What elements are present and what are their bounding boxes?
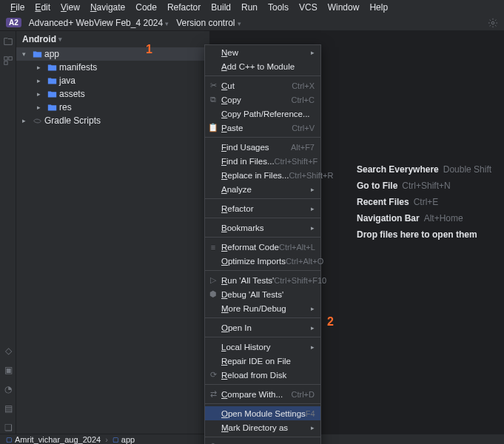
- menu-item-label: Open In: [221, 323, 252, 332]
- menu-item-copy[interactable]: ⧉CopyCtrl+C: [205, 92, 320, 107]
- menu-item-mark-directory-as[interactable]: Mark Directory as▸: [205, 420, 320, 434]
- menu-item-find-usages[interactable]: Find UsagesAlt+F7: [205, 140, 320, 154]
- editor-hints: Search EverywhereDouble Shift Go to File…: [357, 161, 491, 243]
- folder-icon: [46, 90, 58, 99]
- menu-run[interactable]: Run: [237, 1, 262, 14]
- menu-window[interactable]: Window: [323, 1, 364, 14]
- menu-help[interactable]: Help: [365, 1, 392, 14]
- menu-item-label: Add C++ to Module: [221, 62, 295, 71]
- menu-item-cut[interactable]: ✂CutCtrl+X: [205, 78, 320, 92]
- settings-icon[interactable]: [488, 18, 498, 28]
- menu-item-compare-with[interactable]: ⇄Compare With...Ctrl+D: [205, 387, 320, 401]
- menu-item-label: Debug 'All Tests': [221, 290, 283, 299]
- menu-shortcut: Ctrl+D: [292, 390, 315, 399]
- tree-node-res[interactable]: ▸ res: [16, 101, 209, 114]
- menu-separator: [205, 403, 320, 404]
- folder-icon: [46, 63, 58, 73]
- menu-item-copy-path-reference[interactable]: Copy Path/Reference...: [205, 107, 320, 121]
- menu-item-bookmarks[interactable]: Bookmarks▸: [205, 221, 320, 235]
- terminal-icon[interactable]: ❏: [2, 422, 14, 434]
- menu-item-reload-from-disk[interactable]: ⟳Reload from Disk: [205, 368, 320, 382]
- tree-node-gradle[interactable]: ▸ Gradle Scripts: [16, 114, 209, 127]
- menu-separator: [205, 137, 320, 138]
- breadcrumb-module[interactable]: app: [121, 435, 135, 444]
- menu-item-paste[interactable]: 📋PasteCtrl+V: [205, 121, 320, 135]
- menu-item-open-in[interactable]: Open In▸: [205, 320, 320, 334]
- chevron-right-icon: ▸: [311, 424, 315, 431]
- menu-shortcut: Ctrl+X: [292, 81, 315, 90]
- menu-item-analyze[interactable]: Analyze▸: [205, 182, 320, 196]
- menu-item-label: Paste: [221, 124, 243, 132]
- menu-item-refactor[interactable]: Refactor▸: [205, 201, 320, 215]
- tree-node-app[interactable]: ▾ app: [16, 47, 209, 61]
- menu-shortcut: Ctrl+Shift+F: [275, 157, 318, 166]
- menu-navigate[interactable]: Navigate: [86, 1, 130, 14]
- menu-item-repair-ide-on-file[interactable]: Repair IDE on File: [205, 354, 320, 368]
- menu-item-analyze-dependencies[interactable]: ⬡Analyze Dependencies...: [205, 440, 320, 444]
- menu-build[interactable]: Build: [206, 1, 235, 14]
- menu-item-reformat-code[interactable]: ≡Reformat CodeCtrl+Alt+L: [205, 240, 320, 254]
- svg-point-0: [491, 21, 494, 24]
- gradle-icon: [31, 116, 43, 126]
- paste-icon: 📋: [208, 123, 218, 132]
- menu-shortcut: Ctrl+Shift+F10: [274, 276, 326, 285]
- menu-item-label: Repair IDE on File: [221, 357, 291, 366]
- menu-refactor[interactable]: Refactor: [163, 1, 205, 14]
- tree-label: res: [59, 102, 72, 112]
- run-icon: ▷: [208, 275, 218, 285]
- menu-item-find-in-files[interactable]: Find in Files...Ctrl+Shift+F: [205, 154, 320, 168]
- breadcrumb-project[interactable]: Amrit_vichar_aug_2024: [15, 435, 101, 444]
- left-gutter-bottom: ◇ ▣ ◔ ▤ ❏: [0, 345, 16, 434]
- project-tool-icon[interactable]: [2, 36, 14, 47]
- menu-item-local-history[interactable]: Local History▸: [205, 340, 320, 354]
- chevron-right-icon: ▸: [311, 224, 315, 232]
- project-selector[interactable]: Advanced+ WebView Feb_4 2024▾: [29, 18, 169, 28]
- build-variants-icon[interactable]: ▣: [2, 364, 14, 376]
- menu-item-label: Cut: [221, 81, 235, 90]
- hint-title: Go to File: [357, 181, 397, 191]
- menu-separator: [205, 437, 320, 437]
- tree-node-java[interactable]: ▸ java: [16, 74, 209, 87]
- breadcrumb-separator: ›: [105, 435, 108, 444]
- services-icon[interactable]: ▤: [2, 403, 14, 414]
- chevron-right-icon: ▸: [37, 104, 46, 111]
- chevron-right-icon: ▸: [37, 90, 46, 98]
- menu-file[interactable]: File: [6, 1, 29, 14]
- menu-separator: [205, 237, 320, 238]
- version-control-selector[interactable]: Version control▾: [176, 18, 241, 28]
- sidebar-header[interactable]: Android▾: [16, 31, 209, 47]
- module-icon: ▢: [112, 436, 119, 443]
- tree-node-assets[interactable]: ▸ assets: [16, 87, 209, 101]
- menu-item-new[interactable]: New▸: [205, 45, 320, 59]
- menu-tools[interactable]: Tools: [263, 1, 293, 14]
- tree-node-manifests[interactable]: ▸ manifests: [16, 61, 209, 74]
- chevron-right-icon: ▸: [311, 205, 315, 212]
- resource-manager-icon[interactable]: [2, 55, 14, 67]
- toolbar: A2 Advanced+ WebView Feb_4 2024▾ Version…: [0, 15, 504, 31]
- menu-item-label: Run 'All Tests': [221, 276, 274, 285]
- menu-item-optimize-imports[interactable]: Optimize ImportsCtrl+Alt+O: [205, 254, 320, 268]
- structure-icon[interactable]: ◇: [2, 345, 14, 357]
- menu-item-label: Copy Path/Reference...: [221, 110, 310, 118]
- menu-item-replace-in-files[interactable]: Replace in Files...Ctrl+Shift+R: [205, 168, 320, 182]
- menu-item-debug-all-tests[interactable]: ⬢Debug 'All Tests': [205, 287, 320, 301]
- menu-edit[interactable]: Edit: [30, 1, 55, 14]
- chevron-down-icon: ▾: [238, 20, 241, 27]
- reformat-icon: ≡: [208, 243, 218, 252]
- menu-view[interactable]: View: [56, 1, 84, 14]
- menu-item-run-all-tests[interactable]: ▷Run 'All Tests'Ctrl+Shift+F10: [205, 273, 320, 287]
- menu-item-more-run-debug[interactable]: More Run/Debug▸: [205, 301, 320, 315]
- menu-item-label: Open Module Settings: [221, 409, 306, 418]
- vcs-icon[interactable]: ◔: [2, 383, 14, 395]
- menu-item-label: Find Usages: [221, 143, 269, 152]
- context-menu: New▸Add C++ to Module✂CutCtrl+X⧉CopyCtrl…: [204, 44, 321, 444]
- menu-item-label: Compare With...: [221, 390, 283, 399]
- tree-label: assets: [59, 89, 85, 99]
- folder-icon: [31, 50, 43, 59]
- menu-item-label: Reload from Disk: [221, 371, 286, 380]
- menu-vcs[interactable]: VCS: [295, 1, 322, 14]
- svg-rect-1: [4, 57, 7, 60]
- menu-item-open-module-settings[interactable]: Open Module SettingsF4: [205, 406, 320, 420]
- menu-code[interactable]: Code: [131, 1, 161, 14]
- menu-item-add-c-to-module[interactable]: Add C++ to Module: [205, 59, 320, 73]
